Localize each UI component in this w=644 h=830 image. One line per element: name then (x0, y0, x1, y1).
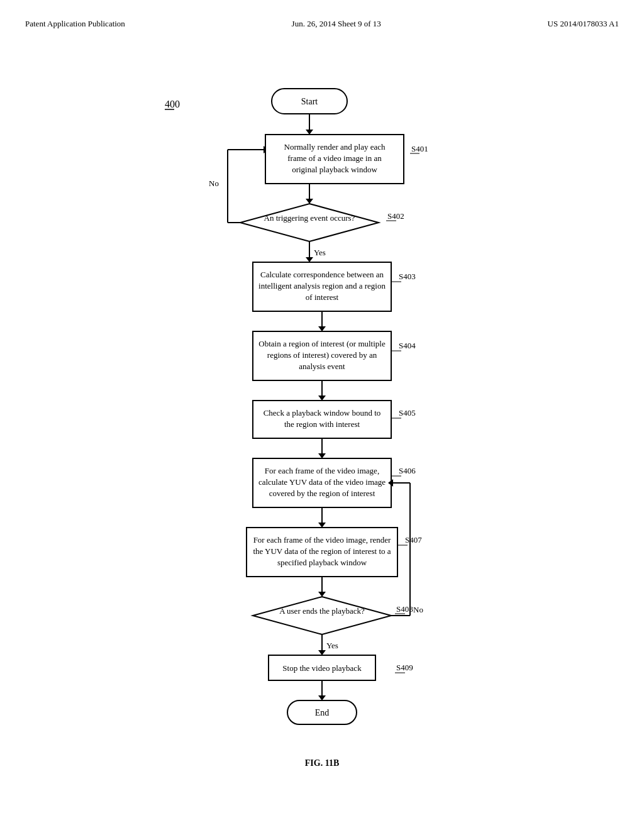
svg-marker-48 (318, 523, 326, 528)
svg-text:For each frame of the video im: For each frame of the video image, rende… (253, 535, 391, 545)
svg-text:original playback window: original playback window (292, 165, 377, 174)
svg-text:frame of a video image in an: frame of a video image in an (287, 153, 382, 163)
svg-text:regions of interest) covered b: regions of interest) covered by an (267, 350, 377, 360)
diagram-area: 400 Start No Normally render and play ea… (25, 42, 619, 768)
start-label: Start (301, 97, 318, 106)
svg-text:An triggering event occurs?: An triggering event occurs? (264, 213, 355, 223)
svg-text:the region with interest: the region with interest (284, 419, 360, 429)
svg-text:Normally render and play each: Normally render and play each (284, 142, 386, 152)
end-label: End (315, 708, 330, 717)
svg-text:of interest: of interest (306, 292, 339, 302)
header-right: US 2014/0178033 A1 (548, 19, 619, 29)
yes-label-s408: Yes (326, 641, 338, 650)
svg-text:specified playback window: specified playback window (277, 558, 367, 567)
svg-marker-64 (318, 650, 326, 655)
yes-label-s402: Yes (314, 248, 326, 257)
header-center: Jun. 26, 2014 Sheet 9 of 13 (292, 19, 381, 29)
svg-text:calculate YUV data of the vide: calculate YUV data of the video image (258, 477, 386, 487)
page-header: Patent Application Publication Jun. 26, … (25, 13, 619, 42)
svg-text:the YUV data of the region of : the YUV data of the region of interest t… (253, 546, 391, 556)
flowchart-svg: 400 Start No Normally render and play ea… (102, 54, 542, 746)
svg-marker-14 (240, 204, 379, 241)
page: Patent Application Publication Jun. 26, … (0, 0, 644, 830)
svg-marker-34 (318, 396, 326, 401)
s405-label: S405 (399, 408, 416, 418)
header-left: Patent Application Publication (25, 19, 125, 29)
svg-marker-20 (306, 257, 313, 262)
s406-label: S406 (399, 466, 416, 475)
svg-marker-13 (306, 199, 313, 204)
no-label-s408: No (413, 605, 423, 614)
svg-marker-56 (253, 597, 391, 634)
s409-text: Stop the video playback (282, 663, 362, 673)
svg-text:Check a playback window bound : Check a playback window bound to (264, 408, 381, 418)
no-label-s402-left: No (209, 179, 219, 188)
svg-text:Obtain a region of interest (o: Obtain a region of interest (or multiple (258, 339, 386, 348)
svg-text:For each frame of the video im: For each frame of the video image, (265, 466, 379, 475)
svg-text:intelligent analysis region an: intelligent analysis region and a region (258, 281, 386, 290)
svg-text:covered by the region of inter: covered by the region of interest (269, 489, 375, 498)
diagram-number: 400 (165, 99, 180, 109)
s404-label: S404 (399, 341, 416, 350)
s403-label: S403 (399, 272, 416, 281)
svg-text:analysis event: analysis event (299, 362, 345, 371)
s409-label: S409 (396, 663, 413, 672)
svg-text:Calculate correspondence betwe: Calculate correspondence between an (260, 270, 384, 279)
figure-caption: FIG. 11B (305, 758, 339, 768)
svg-text:A user ends the playback?: A user ends the playback? (279, 606, 365, 616)
svg-marker-40 (318, 453, 326, 458)
s402-label: S402 (387, 211, 404, 221)
svg-marker-55 (318, 592, 326, 597)
s401-label: S401 (411, 144, 428, 153)
svg-marker-3 (306, 130, 313, 135)
svg-marker-27 (318, 326, 326, 331)
svg-marker-68 (318, 695, 326, 700)
s407-label: S407 (405, 535, 422, 545)
